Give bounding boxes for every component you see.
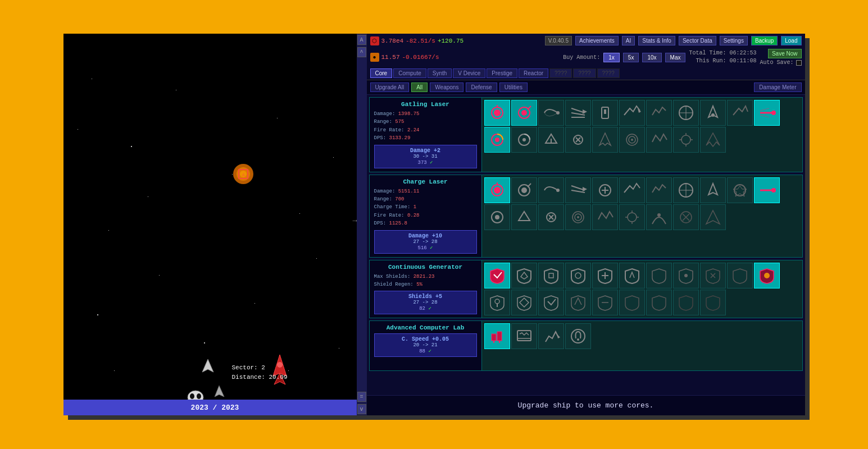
icon-cell[interactable] [673,204,699,230]
autosave-checkbox[interactable] [796,60,802,66]
tab-synth[interactable]: Synth [428,68,452,78]
tab-core[interactable]: Core [370,68,393,78]
icon-cell[interactable] [592,263,618,288]
tab-prestige[interactable]: Prestige [487,68,517,78]
icon-cell[interactable] [511,323,537,349]
icon-cell[interactable] [700,100,726,126]
icon-cell[interactable] [754,263,780,288]
icon-cell[interactable] [484,100,510,126]
load-btn[interactable]: Load [781,36,801,45]
icon-cell[interactable] [565,177,591,203]
icon-cell[interactable] [592,204,618,230]
icon-cell[interactable] [646,204,672,230]
tab-compute[interactable]: Compute [393,68,426,78]
icon-cell[interactable] [511,290,537,315]
icon-cell[interactable] [565,127,591,153]
sector-data-btn[interactable]: Sector Data [679,36,716,45]
adv-computer-upgrade-btn[interactable]: C. Speed +0.05 20 -> 21 88 ✓ [374,333,477,357]
icon-cell[interactable] [700,290,726,315]
filter-defense-btn[interactable]: Defense [466,83,497,92]
icon-cell[interactable] [538,177,564,203]
icon-cell[interactable] [511,100,537,126]
backup-btn[interactable]: Backup [751,36,778,45]
icon-cell[interactable] [673,127,699,153]
icon-cell[interactable] [538,100,564,126]
filter-all-btn[interactable]: All [411,83,428,92]
icon-cell[interactable] [511,263,537,288]
icon-cell[interactable] [484,263,510,288]
version-btn[interactable]: V.0.40.5 [545,36,572,45]
icon-cell[interactable] [646,263,672,288]
icon-cell[interactable] [646,127,672,153]
upgrade-all-btn[interactable]: Upgrade All [370,83,410,92]
damage-meter-btn[interactable]: Damage Meter [754,83,801,92]
icon-cell[interactable] [727,100,753,126]
icon-cell[interactable] [673,100,699,126]
icon-cell[interactable] [592,127,618,153]
buy-max-btn[interactable]: Max [665,53,686,62]
icon-cell[interactable] [511,127,537,153]
icon-cell[interactable] [646,290,672,315]
icon-cell[interactable] [754,100,780,126]
tab-vdevice[interactable]: V Device [453,68,485,78]
buy-10x-btn[interactable]: 10x [642,53,661,62]
icon-cell[interactable] [619,100,645,126]
icon-cell[interactable] [592,177,618,203]
scroll-down-btn[interactable]: v [357,404,366,414]
icon-cell[interactable] [619,204,645,230]
icon-cell[interactable] [619,127,645,153]
save-now-btn[interactable]: Save Now [768,49,802,58]
charge-upgrade-btn[interactable]: Damage +10 27 -> 28 516 ✓ [374,230,477,254]
icon-cell[interactable] [727,177,753,203]
icon-cell[interactable] [700,263,726,288]
buy-1x-btn[interactable]: 1x [603,53,620,62]
tab-unknown3[interactable]: ???? [597,68,620,78]
filter-utilities-btn[interactable]: Utilities [499,83,528,92]
icon-cell[interactable] [565,100,591,126]
icon-cell[interactable] [484,127,510,153]
buy-5x-btn[interactable]: 5x [623,53,639,62]
icon-cell[interactable] [538,290,564,315]
icon-cell[interactable] [592,100,618,126]
icon-cell[interactable] [565,263,591,288]
scroll-up2-btn[interactable]: ^ [357,47,366,57]
icon-cell[interactable] [484,204,510,230]
cont-gen-upgrade-btn[interactable]: Shields +5 27 -> 28 82 ✓ [374,291,477,314]
icon-cell[interactable] [646,177,672,203]
ai-btn[interactable]: AI [622,36,635,45]
icon-cell[interactable] [646,100,672,126]
icon-cell[interactable] [538,127,564,153]
icon-cell[interactable] [484,177,510,203]
filter-weapons-btn[interactable]: Weapons [430,83,463,92]
settings-btn[interactable]: Settings [720,36,748,45]
icon-cell[interactable] [673,263,699,288]
icon-cell[interactable] [700,177,726,203]
icon-cell[interactable] [565,204,591,230]
scroll-eq-btn[interactable]: = [357,392,366,402]
achievements-btn[interactable]: Achievements [575,36,619,45]
icon-cell[interactable] [619,177,645,203]
icon-cell[interactable] [673,177,699,203]
icon-cell[interactable] [565,290,591,315]
icon-cell[interactable] [484,290,510,315]
icon-cell[interactable] [484,323,510,349]
tab-unknown2[interactable]: ???? [573,68,596,78]
icon-cell[interactable] [619,290,645,315]
icon-cell[interactable] [538,263,564,288]
scroll-up-btn[interactable]: A [357,35,366,45]
stats-info-btn[interactable]: Stats & Info [638,36,675,45]
icon-cell[interactable] [538,204,564,230]
icon-cell[interactable] [511,177,537,203]
icon-cell[interactable] [619,263,645,288]
icon-cell[interactable] [673,290,699,315]
icon-cell[interactable] [511,204,537,230]
icon-cell[interactable] [592,290,618,315]
icon-cell[interactable] [565,323,591,349]
icon-cell[interactable] [700,204,726,230]
icon-cell[interactable] [700,127,726,153]
icon-cell[interactable] [754,177,780,203]
icon-cell[interactable] [538,323,564,349]
tab-reactor[interactable]: Reactor [519,68,548,78]
tab-unknown1[interactable]: ???? [549,68,572,78]
gatling-upgrade-btn[interactable]: Damage +2 30 -> 31 373 ✓ [374,145,477,168]
